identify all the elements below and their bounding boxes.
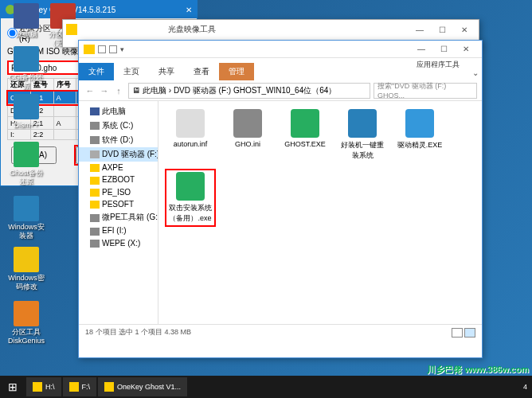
maximize-button[interactable]: ☐: [431, 21, 453, 37]
tree-node[interactable]: PESOFT: [79, 198, 158, 210]
folder-icon: [84, 45, 95, 54]
desktop-icon[interactable]: 此电脑: [8, 3, 45, 39]
system-tray[interactable]: 4: [523, 383, 532, 391]
qat-icon[interactable]: [109, 45, 117, 53]
desktop-icon[interactable]: Dism++: [8, 94, 45, 130]
maximize-button[interactable]: ☐: [432, 41, 455, 57]
tab-share[interactable]: 共享: [149, 63, 184, 80]
forward-button[interactable]: →: [98, 84, 111, 97]
desktop-icon[interactable]: Windows安装器: [8, 196, 45, 240]
tab-view[interactable]: 查看: [184, 63, 219, 80]
status-text: 18 个项目 选中 1 个项目 4.38 MB: [85, 327, 191, 338]
tree-node[interactable]: EFI (I:): [79, 224, 158, 236]
tab-home[interactable]: 主页: [114, 63, 149, 80]
tab-file[interactable]: 文件: [79, 63, 114, 80]
desktop-icon[interactable]: 分区工具DiskGenius: [8, 301, 45, 345]
file-item[interactable]: 驱动精灵.EXE: [394, 107, 445, 162]
breadcrumb[interactable]: 🖥 此电脑 › DVD 驱动器 (F:) GHOST_WIN10_64位（64）: [128, 83, 370, 99]
file-item[interactable]: GHO.ini: [222, 107, 273, 162]
tree-node[interactable]: 微PE工具箱 (G:): [79, 210, 158, 224]
tree-node[interactable]: 此电脑: [79, 104, 158, 119]
tray-text: 4: [523, 383, 527, 391]
tab-manage[interactable]: 管理: [219, 63, 254, 80]
file-item[interactable]: autorun.inf: [165, 107, 216, 162]
up-button[interactable]: ↑: [112, 84, 125, 97]
backwin-title: 光盘映像工具: [168, 24, 216, 35]
status-bar: 18 个项目 选中 1 个项目 4.38 MB: [79, 324, 482, 340]
tree-node[interactable]: DVD 驱动器 (F:) GH: [79, 147, 158, 162]
back-button[interactable]: ←: [84, 84, 96, 97]
address-bar-row: ← → ↑ 🖥 此电脑 › DVD 驱动器 (F:) GHOST_WIN10_6…: [79, 80, 482, 101]
quick-access-toolbar: ▾ — ☐ ✕: [79, 41, 482, 58]
ribbon-tabs: 文件 主页 共享 查看 管理 应用程序工具 ⌄: [79, 58, 482, 80]
tree-node[interactable]: 软件 (D:): [79, 133, 158, 147]
folder-icon: [66, 24, 77, 35]
qat-icon[interactable]: [98, 45, 106, 53]
file-item[interactable]: 好装机一键重装系统: [337, 107, 388, 162]
nav-tree: 此电脑系统 (C:)软件 (D:)DVD 驱动器 (F:) GHAXPEEZBO…: [79, 101, 158, 324]
minimize-button[interactable]: —: [410, 41, 432, 57]
breadcrumb-text: 此电脑 › DVD 驱动器 (F:) GHOST_WIN10_64位（64）: [143, 85, 336, 96]
watermark: 川乡巴佬 www.386w.com: [427, 364, 529, 376]
explorer-window: ▾ — ☐ ✕ 文件 主页 共享 查看 管理 应用程序工具 ⌄ ← → ↑ 🖥 …: [78, 40, 483, 358]
desktop-icon[interactable]: CGI备份还原: [8, 46, 45, 91]
taskbar-button[interactable]: OneKey Ghost V1...: [98, 377, 187, 396]
taskbar-button[interactable]: H:\: [26, 377, 61, 396]
tree-node[interactable]: WEPE (X:): [79, 237, 158, 249]
view-details-icon[interactable]: [452, 328, 463, 338]
search-input[interactable]: 搜索"DVD 驱动器 (F:) GHOS...: [374, 83, 477, 99]
desktop-icon[interactable]: Windows密码修改: [8, 247, 45, 291]
minimize-button[interactable]: —: [409, 21, 431, 37]
tree-node[interactable]: 系统 (C:): [79, 119, 158, 133]
file-pane: autorun.infGHO.iniGHOST.EXE好装机一键重装系统驱动精灵…: [158, 101, 482, 324]
tab-group-label: 应用程序工具: [410, 58, 466, 72]
close-button[interactable]: ✕: [453, 21, 475, 37]
tree-node[interactable]: AXPE: [79, 162, 158, 174]
file-item[interactable]: GHOST.EXE: [280, 107, 331, 162]
desktop-icon[interactable]: Ghost备份还原: [8, 142, 45, 186]
taskbar-button[interactable]: F:\: [63, 377, 97, 396]
start-button[interactable]: ⊞: [0, 376, 25, 398]
tree-node[interactable]: PE_ISO: [79, 186, 158, 198]
view-icons-icon[interactable]: [464, 328, 475, 338]
taskbar: ⊞ H:\F:\OneKey Ghost V1... 4: [0, 376, 532, 398]
ribbon-expand-icon[interactable]: ⌄: [472, 68, 479, 77]
file-item[interactable]: 双击安装系统（备用）.exe: [165, 169, 216, 227]
close-button[interactable]: ✕: [455, 41, 477, 57]
tree-node[interactable]: EZBOOT: [79, 174, 158, 185]
